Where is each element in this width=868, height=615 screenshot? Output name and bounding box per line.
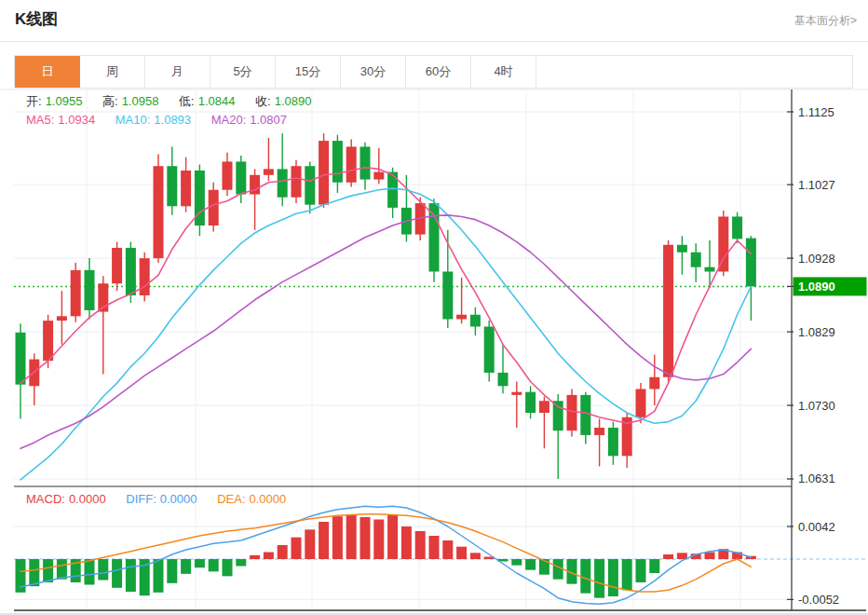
- svg-text:1.0928: 1.0928: [798, 252, 835, 266]
- high-group: 高:1.0958: [102, 94, 162, 108]
- svg-text:1.1125: 1.1125: [798, 105, 834, 119]
- diff-group: DIFF:0.0000: [126, 492, 200, 506]
- ma5-value: 1.0934: [58, 113, 95, 127]
- svg-text:1.0631: 1.0631: [798, 472, 835, 485]
- close-value: 1.0890: [275, 94, 312, 108]
- low-label: 低:: [179, 94, 195, 108]
- svg-text:0.0042: 0.0042: [798, 520, 835, 534]
- ma-legend: MA5:1.0934 MA10:1.0893 MA20:1.0807: [26, 113, 304, 127]
- high-value: 1.0958: [122, 94, 159, 108]
- macd-group: MACD:0.0000: [26, 492, 110, 506]
- ma10-group: MA10:1.0893: [115, 113, 195, 127]
- ma10-label: MA10:: [115, 113, 151, 127]
- ma20-value: 1.0807: [250, 113, 287, 127]
- diff-value: 0.0000: [160, 492, 197, 506]
- macd-legend: MACD:0.0000 DIFF:0.0000 DEA:0.0000: [26, 492, 303, 506]
- close-label: 收:: [255, 94, 271, 108]
- high-label: 高:: [102, 94, 118, 108]
- kline-page: K线图 基本面分析> 日 周 月 5分 15分 30分 60分 4时 1.112…: [0, 0, 868, 615]
- ohlc-legend: 开:1.0955 高:1.0958 低:1.0844 收:1.0890: [26, 93, 328, 110]
- open-group: 开:1.0955: [26, 94, 86, 108]
- svg-text:1.0730: 1.0730: [798, 399, 835, 413]
- ma20-label: MA20:: [211, 113, 247, 127]
- open-value: 1.0955: [46, 94, 83, 108]
- low-value: 1.0844: [198, 94, 236, 108]
- ma5-group: MA5:1.0934: [26, 113, 99, 127]
- dea-value: 0.0000: [250, 492, 287, 506]
- ma5-label: MA5:: [26, 113, 54, 127]
- open-label: 开:: [26, 94, 42, 108]
- svg-text:1.0890: 1.0890: [798, 280, 835, 294]
- svg-text:1.1027: 1.1027: [798, 178, 835, 192]
- macd-value: 0.0000: [69, 492, 106, 506]
- diff-label: DIFF:: [126, 492, 156, 506]
- ma20-group: MA20:1.0807: [211, 113, 291, 127]
- svg-text:-0.0052: -0.0052: [798, 593, 839, 607]
- macd-label: MACD:: [26, 492, 65, 506]
- low-group: 低:1.0844: [179, 94, 238, 108]
- kline-chart-canvas: 1.11251.10271.09281.08291.07301.06310.00…: [0, 0, 868, 615]
- dea-label: DEA:: [217, 492, 245, 506]
- svg-text:1.0829: 1.0829: [798, 325, 835, 339]
- close-group: 收:1.0890: [255, 94, 315, 108]
- dea-group: DEA:0.0000: [217, 492, 290, 506]
- ma10-value: 1.0893: [154, 113, 191, 127]
